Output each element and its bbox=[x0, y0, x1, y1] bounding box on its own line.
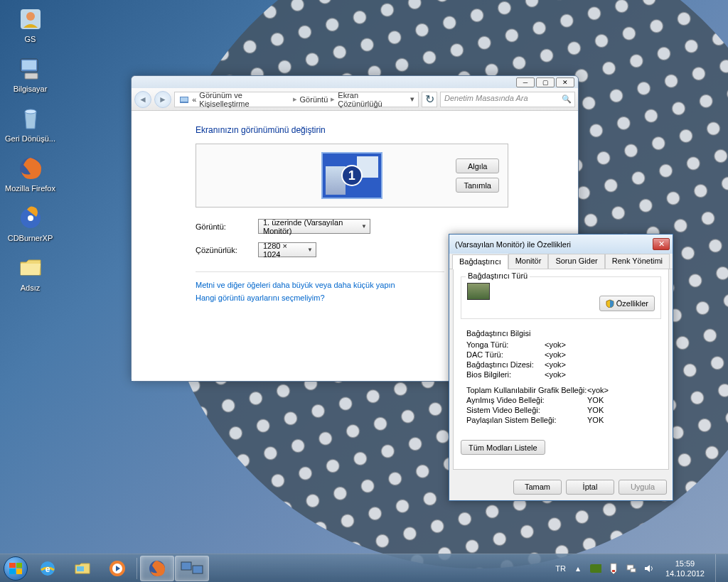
ie-icon: e bbox=[38, 559, 58, 578]
display-row: Görüntü: 1. üzerinde (Varsayılan Monitör… bbox=[196, 219, 564, 234]
total-mem-value: <yok> bbox=[587, 386, 609, 394]
adapter-info-legend: Bağdaştırıcı Bilgisi bbox=[466, 329, 655, 338]
page-title: Ekranınızın görünümünü değiştirin bbox=[196, 125, 564, 135]
breadcrumb-item[interactable]: Görüntü bbox=[300, 95, 328, 104]
display-dropdown[interactable]: 1. üzerinde (Varsayılan Monitör) bbox=[258, 219, 370, 234]
firefox-icon bbox=[16, 154, 45, 183]
shared-mem-value: YOK bbox=[587, 416, 604, 424]
list-all-modes-button[interactable]: Tüm Modları Listele bbox=[461, 440, 545, 455]
breadcrumb[interactable]: « Görünüm ve Kişiselleştirme ▸ Görüntü ▸… bbox=[174, 92, 419, 107]
start-button[interactable] bbox=[1, 554, 30, 583]
tab-content: Bağdaştırıcı Türü Özellikler Bağdaştırıc… bbox=[453, 269, 669, 470]
tab-monitor[interactable]: Monitör bbox=[508, 254, 549, 269]
control-panel-icon bbox=[178, 94, 189, 105]
desktop-icons-column: GS Bilgisayar Geri Dönüşü... Mozilla Fir… bbox=[4, 4, 60, 302]
desktop-icon-cdburnerxp[interactable]: CDBurnerXP bbox=[4, 203, 57, 251]
desktop-icon-folder-adsiz[interactable]: Adsız bbox=[4, 252, 57, 301]
shield-icon bbox=[606, 299, 614, 308]
close-button[interactable]: ✕ bbox=[556, 77, 574, 87]
taskbar-display-running[interactable] bbox=[175, 556, 209, 581]
minimize-button[interactable]: ─ bbox=[516, 77, 535, 87]
breadcrumb-prefix: « bbox=[192, 95, 196, 104]
system-video-value: YOK bbox=[587, 406, 604, 414]
detect-button[interactable]: Algıla bbox=[456, 158, 499, 173]
icon-label: Adsız bbox=[21, 284, 41, 292]
icon-label: CDBurnerXP bbox=[8, 234, 53, 242]
properties-button[interactable]: Özellikler bbox=[599, 296, 655, 311]
language-indicator[interactable]: TR bbox=[555, 564, 566, 573]
tab-troubleshoot[interactable]: Sorun Gider bbox=[548, 254, 604, 269]
svg-rect-13 bbox=[77, 566, 84, 571]
recycle-bin-icon bbox=[16, 104, 45, 133]
taskbar-ie[interactable]: e bbox=[31, 556, 65, 581]
action-center-icon[interactable] bbox=[608, 563, 619, 574]
volume-icon[interactable] bbox=[643, 563, 655, 574]
identify-button[interactable]: Tanımla bbox=[456, 178, 499, 193]
search-placeholder: Denetim Masasında Ara bbox=[444, 94, 528, 102]
desktop-icon-gs[interactable]: GS bbox=[4, 4, 57, 52]
breadcrumb-item[interactable]: Görünüm ve Kişiselleştirme bbox=[199, 91, 289, 108]
taskbar-explorer[interactable] bbox=[65, 556, 100, 581]
dac-type-label: DAC Türü: bbox=[466, 350, 545, 359]
adapter-info-group: Bağdaştırıcı Bilgisi Yonga Türü:<yok> DA… bbox=[461, 326, 661, 429]
back-button[interactable]: ◄ bbox=[134, 91, 151, 108]
system-video-label: Sistem Video Belleği: bbox=[466, 406, 587, 414]
shared-mem-label: Paylaşılan Sistem Belleği: bbox=[466, 416, 587, 424]
firefox-icon bbox=[147, 559, 167, 578]
display-label: Görüntü: bbox=[196, 222, 258, 231]
tab-color-management[interactable]: Renk Yönetimi bbox=[605, 254, 670, 269]
resolution-dropdown[interactable]: 1280 × 1024 bbox=[258, 242, 316, 257]
adapter-card-icon bbox=[467, 283, 490, 300]
maximize-button[interactable]: ▢ bbox=[536, 77, 555, 87]
desktop-icon-computer[interactable]: Bilgisayar bbox=[4, 53, 57, 102]
icon-label: Geri Dönüşü... bbox=[5, 134, 55, 143]
ok-button[interactable]: Tamam bbox=[513, 480, 562, 495]
breadcrumb-dropdown[interactable]: ▾ bbox=[407, 95, 418, 104]
show-hidden-icons[interactable]: ▴ bbox=[572, 563, 584, 574]
tab-adapter[interactable]: Bağdaştırıcı bbox=[452, 254, 508, 269]
taskbar-media-player[interactable] bbox=[100, 556, 134, 581]
time: 15:59 bbox=[665, 559, 705, 568]
computer-icon bbox=[16, 55, 45, 83]
dialog-titlebar[interactable]: (Varsayılan Monitör) ile Özellikleri ✕ bbox=[449, 235, 673, 254]
svg-rect-22 bbox=[631, 568, 636, 572]
monitor-preview[interactable]: 1 bbox=[316, 150, 387, 201]
desktop-icon-firefox[interactable]: Mozilla Firefox bbox=[4, 153, 57, 201]
svg-rect-10 bbox=[181, 97, 188, 102]
svg-rect-19 bbox=[590, 564, 601, 573]
show-desktop-button[interactable] bbox=[715, 554, 724, 583]
svg-rect-3 bbox=[22, 60, 36, 70]
cancel-button[interactable]: İptal bbox=[566, 480, 614, 495]
text-size-link[interactable]: Metni ve diğer öğeleri daha büyük veya d… bbox=[196, 281, 444, 289]
clock[interactable]: 15:59 14.10.2012 bbox=[661, 559, 709, 578]
search-icon: 🔍 bbox=[562, 95, 572, 104]
icon-label: GS bbox=[25, 35, 36, 43]
breadcrumb-item[interactable]: Ekran Çözünürlüğü bbox=[338, 91, 402, 108]
chip-type-label: Yonga Türü: bbox=[466, 340, 545, 349]
bios-info-value: <yok> bbox=[545, 370, 566, 379]
svg-text:e: e bbox=[46, 564, 50, 574]
links-section: Metni ve diğer öğeleri daha büyük veya d… bbox=[196, 271, 444, 302]
system-tray: TR ▴ 15:59 14.10.2012 bbox=[555, 554, 728, 583]
user-account-icon bbox=[16, 5, 45, 33]
dedicated-video-value: YOK bbox=[587, 396, 604, 404]
close-button[interactable]: ✕ bbox=[653, 238, 670, 250]
adapter-string-value: <yok> bbox=[545, 360, 566, 369]
tabs-row: Bağdaştırıcı Monitör Sorun Gider Renk Yö… bbox=[449, 254, 673, 269]
search-input[interactable]: Denetim Masasında Ara 🔍 bbox=[440, 92, 575, 107]
forward-button[interactable]: ► bbox=[154, 91, 171, 108]
nvidia-tray-icon[interactable] bbox=[590, 563, 601, 574]
desktop-icon-recycle-bin[interactable]: Geri Dönüşü... bbox=[4, 103, 57, 151]
dac-type-value: <yok> bbox=[545, 350, 566, 359]
date: 14.10.2012 bbox=[665, 568, 705, 578]
taskbar-firefox-running[interactable] bbox=[140, 556, 174, 581]
windows-orb-icon bbox=[4, 556, 28, 581]
window-titlebar[interactable]: ─ ▢ ✕ bbox=[132, 76, 578, 88]
display-settings-help-link[interactable]: Hangi görüntü ayarlarını seçmeliyim? bbox=[196, 293, 444, 302]
monitor-properties-dialog: (Varsayılan Monitör) ile Özellikleri ✕ B… bbox=[449, 234, 673, 501]
network-icon[interactable] bbox=[626, 563, 637, 574]
svg-rect-18 bbox=[193, 566, 203, 573]
breadcrumb-separator: ▸ bbox=[293, 95, 297, 104]
apply-button[interactable]: Uygula bbox=[619, 480, 667, 495]
refresh-button[interactable]: ↻ bbox=[422, 92, 437, 107]
